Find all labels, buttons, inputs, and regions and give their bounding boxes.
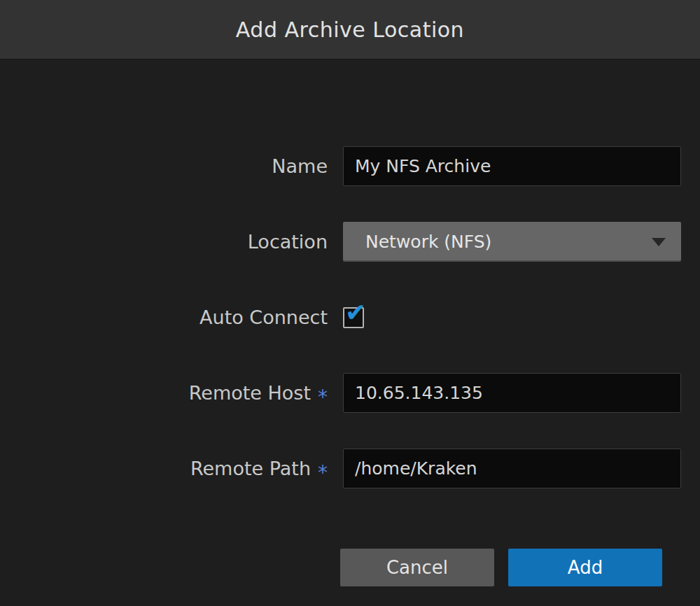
auto-connect-row: Auto Connect ✔ (19, 297, 681, 337)
dialog-header: Add Archive Location (0, 0, 700, 59)
remote-path-input[interactable] (343, 449, 681, 488)
remote-path-control-cell (343, 449, 681, 488)
add-button[interactable]: Add (508, 549, 662, 586)
name-control-cell (343, 146, 681, 186)
name-label-cell: Name (19, 155, 343, 177)
remote-host-control-cell (343, 373, 681, 413)
location-label: Location (248, 231, 328, 253)
dialog-body: Name Location Network (NFS) Auto Connect (0, 59, 700, 586)
location-select[interactable]: Network (NFS) (343, 222, 681, 262)
auto-connect-label: Auto Connect (200, 306, 328, 328)
remote-path-label: Remote Path (190, 458, 311, 479)
remote-host-input[interactable] (343, 373, 681, 413)
remote-path-label-cell: Remote Path * (19, 458, 343, 479)
remote-path-row: Remote Path * (19, 449, 681, 488)
dialog-title: Add Archive Location (236, 17, 464, 42)
auto-connect-checkbox[interactable]: ✔ (343, 307, 364, 328)
name-label: Name (272, 155, 328, 177)
name-row: Name (19, 146, 681, 186)
remote-host-row: Remote Host * (19, 373, 681, 413)
location-label-cell: Location (19, 231, 343, 253)
checkmark-icon: ✔ (345, 300, 366, 325)
auto-connect-label-cell: Auto Connect (19, 306, 343, 328)
auto-connect-control-cell: ✔ (343, 307, 681, 328)
chevron-down-icon (652, 238, 666, 246)
remote-host-label-cell: Remote Host * (19, 382, 343, 404)
location-select-value: Network (NFS) (365, 232, 491, 252)
add-archive-location-dialog: Add Archive Location Name Location Netwo… (0, 0, 700, 586)
cancel-button[interactable]: Cancel (340, 549, 494, 586)
location-row: Location Network (NFS) (19, 222, 681, 262)
remote-host-label: Remote Host (189, 382, 311, 404)
name-input[interactable] (343, 146, 681, 186)
dialog-footer: Cancel Add (19, 549, 681, 586)
location-control-cell: Network (NFS) (343, 222, 681, 262)
